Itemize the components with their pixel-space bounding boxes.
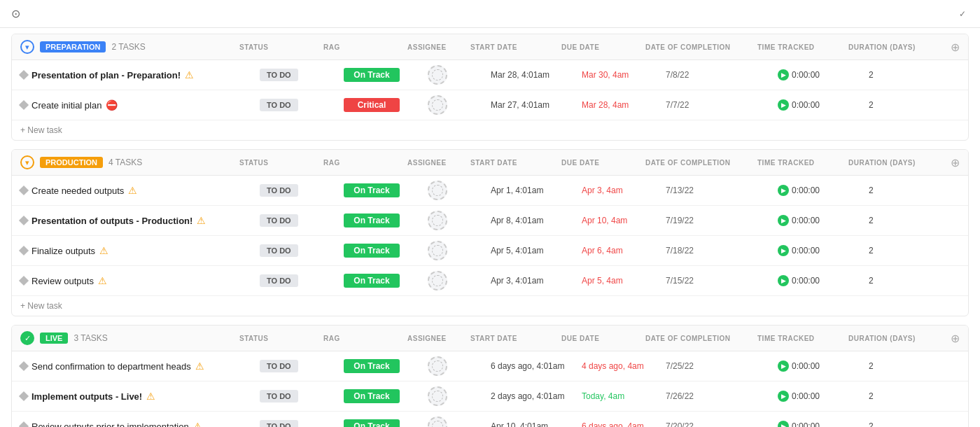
- col-header: STATUS: [239, 43, 323, 51]
- time-value: 0:00:00: [792, 186, 820, 195]
- time-icon: ▶: [778, 360, 789, 372]
- status-cell: TO DO: [260, 244, 344, 257]
- rag-badge: On Track: [344, 244, 400, 258]
- table-row[interactable]: Presentation of outputs - Production! ⚠ …: [12, 206, 968, 236]
- rag-badge: On Track: [344, 359, 400, 373]
- time-value: 0:00:00: [792, 246, 820, 255]
- table-row[interactable]: Finalize outputs ⚠ TO DO On Track Apr 5,…: [12, 236, 968, 266]
- section-label-live: LIVE: [40, 332, 68, 344]
- due-date: Today, 4am: [582, 391, 666, 401]
- rag-badge: On Track: [344, 214, 400, 227]
- col-header: START DATE: [470, 43, 561, 51]
- time-icon: ▶: [778, 69, 789, 80]
- section-toggle-live[interactable]: ✓: [20, 331, 34, 345]
- due-date: Apr 10, 4am: [582, 216, 666, 225]
- task-name-cell: Finalize outputs ⚠: [20, 245, 260, 256]
- assignee-cell[interactable]: [428, 241, 491, 260]
- avatar[interactable]: [428, 95, 447, 115]
- table-row[interactable]: Presentation of plan - Preparation! ⚠ TO…: [12, 60, 968, 90]
- sections-container: ▾ PREPARATION 2 TASKS STATUSRAGASSIGNEES…: [11, 34, 969, 427]
- col-header: START DATE: [470, 335, 561, 342]
- start-date: Mar 27, 4:01am: [491, 100, 582, 110]
- col-header: DATE OF COMPLETION: [645, 43, 757, 51]
- due-date: Apr 6, 4am: [582, 246, 666, 255]
- avatar[interactable]: [428, 271, 447, 290]
- avatar[interactable]: [428, 356, 447, 376]
- status-badge: TO DO: [260, 420, 298, 427]
- section-label-preparation: PREPARATION: [40, 41, 106, 52]
- warning-icon: ⚠: [197, 215, 206, 226]
- stop-icon: ⛔: [106, 99, 118, 111]
- new-task-btn-production[interactable]: + New task: [12, 296, 968, 316]
- duration: 2: [869, 391, 960, 401]
- assignee-cell[interactable]: [428, 181, 491, 200]
- completion-date: 7/19/22: [666, 216, 778, 225]
- completion-date: 7/13/22: [666, 186, 778, 195]
- time-tracked: ▶ 0:00:00: [778, 421, 869, 427]
- time-tracked: ▶ 0:00:00: [778, 275, 869, 286]
- status-cell: TO DO: [260, 274, 344, 287]
- assignee-cell[interactable]: [428, 416, 491, 427]
- time-tracked: ▶ 0:00:00: [778, 69, 869, 80]
- assignee-cell[interactable]: [428, 95, 491, 115]
- assignee-cell[interactable]: [428, 356, 491, 376]
- main-content: ▾ PREPARATION 2 TASKS STATUSRAGASSIGNEES…: [0, 28, 980, 427]
- task-diamond: [19, 246, 29, 255]
- avatar[interactable]: [428, 416, 447, 427]
- status-badge: TO DO: [260, 69, 298, 81]
- due-date: Mar 30, 4am: [582, 70, 666, 80]
- completion-date: 7/18/22: [666, 246, 778, 255]
- add-section-btn-live[interactable]: ⊕: [951, 332, 960, 345]
- avatar[interactable]: [428, 65, 447, 85]
- table-row[interactable]: Review outputs ⚠ TO DO On Track Apr 3, 4…: [12, 266, 968, 296]
- col-header: STATUS: [239, 335, 323, 342]
- time-tracked: ▶ 0:00:00: [778, 245, 869, 256]
- rag-cell: On Track: [344, 389, 428, 403]
- status-cell: TO DO: [260, 69, 344, 81]
- add-section-btn-production[interactable]: ⊕: [951, 156, 960, 169]
- table-row[interactable]: Implement outputs - Live! ⚠ TO DO On Tra…: [12, 382, 968, 412]
- task-name: Review outputs: [31, 276, 94, 286]
- completion-date: 7/8/22: [666, 70, 778, 80]
- completion-date: 7/7/22: [666, 100, 778, 110]
- table-row[interactable]: Send confirmation to department heads ⚠ …: [12, 351, 968, 382]
- col-header: DATE OF COMPLETION: [645, 335, 757, 342]
- duration: 2: [869, 421, 960, 427]
- section-toggle-production[interactable]: ▾: [20, 155, 34, 169]
- rag-cell: On Track: [344, 214, 428, 227]
- time-value: 0:00:00: [792, 70, 820, 80]
- avatar[interactable]: [428, 241, 447, 260]
- due-date: Mar 28, 4am: [582, 100, 666, 110]
- col-header: RAG: [323, 43, 407, 51]
- due-date: 4 days ago, 4am: [582, 361, 666, 371]
- status-cell: TO DO: [260, 360, 344, 372]
- time-icon: ▶: [778, 215, 789, 226]
- start-date: Apr 1, 4:01am: [491, 186, 582, 195]
- assignee-cell[interactable]: [428, 211, 491, 230]
- assignee-cell[interactable]: [428, 386, 491, 406]
- assignee-cell[interactable]: [428, 271, 491, 290]
- table-row[interactable]: Create initial plan ⛔ TO DO Critical Mar…: [12, 90, 968, 120]
- table-row[interactable]: Create needed outputs ⚠ TO DO On Track A…: [12, 176, 968, 206]
- table-row[interactable]: Review outputs prior to implementation ⚠…: [12, 412, 968, 427]
- new-task-btn-preparation[interactable]: + New task: [12, 120, 968, 140]
- time-value: 0:00:00: [792, 276, 820, 286]
- avatar[interactable]: [428, 181, 447, 200]
- task-name-cell: Implement outputs - Live! ⚠: [20, 391, 260, 402]
- avatar[interactable]: [428, 386, 447, 406]
- due-date: Apr 3, 4am: [582, 186, 666, 195]
- task-diamond: [19, 100, 29, 110]
- add-section-btn-preparation[interactable]: ⊕: [951, 41, 960, 54]
- col-header: TIME TRACKED: [757, 159, 848, 167]
- assignee-cell[interactable]: [428, 65, 491, 85]
- section-toggle-preparation[interactable]: ▾: [20, 40, 34, 54]
- status-cell: TO DO: [260, 99, 344, 111]
- show-closed-btn[interactable]: ✓: [959, 9, 969, 19]
- avatar-inner: [432, 245, 443, 256]
- avatar[interactable]: [428, 211, 447, 230]
- start-date: 2 days ago, 4:01am: [491, 391, 582, 401]
- rag-badge: Critical: [344, 98, 400, 112]
- status-cell: TO DO: [260, 390, 344, 402]
- col-header: DUE DATE: [561, 159, 645, 167]
- circle-icon: ⊙: [11, 7, 20, 20]
